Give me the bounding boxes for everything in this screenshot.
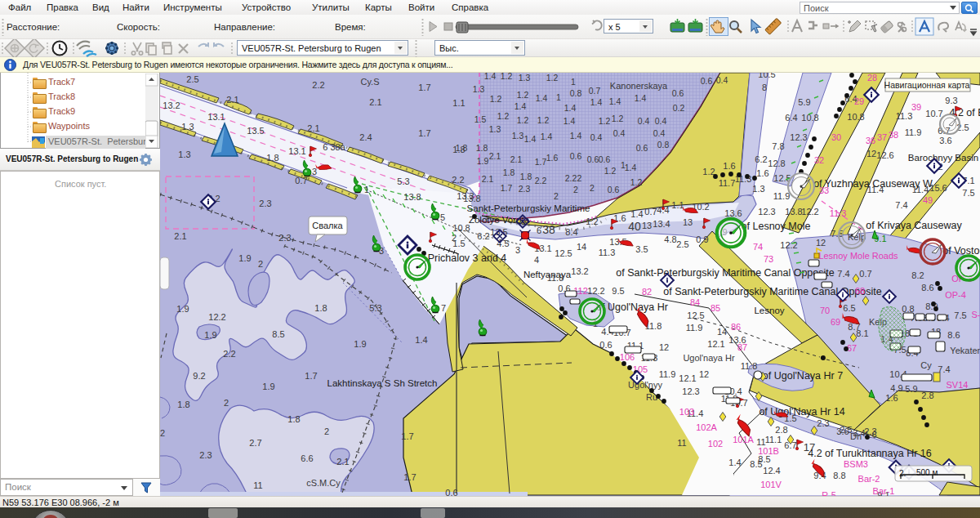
svg-text:1.1: 1.1 xyxy=(671,200,684,210)
svg-text:of Ugol'Naya Hr: of Ugol'Naya Hr xyxy=(596,301,668,313)
svg-text:11: 11 xyxy=(253,480,262,490)
svg-text:11: 11 xyxy=(677,438,686,448)
svg-text:1.4: 1.4 xyxy=(541,132,553,141)
svg-text:6.4: 6.4 xyxy=(785,113,797,123)
svg-text:1.8: 1.8 xyxy=(314,303,327,313)
svg-text:3.6: 3.6 xyxy=(836,426,849,436)
svg-text:1.4: 1.4 xyxy=(570,131,582,141)
svg-text:5.9: 5.9 xyxy=(905,384,917,394)
svg-text:10.7: 10.7 xyxy=(925,109,942,118)
svg-text:1.9: 1.9 xyxy=(204,330,216,340)
svg-text:BSM3: BSM3 xyxy=(844,459,868,469)
svg-text:1: 1 xyxy=(571,77,576,87)
svg-text:1.3: 1.3 xyxy=(178,150,190,159)
svg-text:0.6: 0.6 xyxy=(570,151,582,161)
svg-text:11.9: 11.9 xyxy=(686,323,703,333)
svg-text:0.6: 0.6 xyxy=(701,76,713,86)
svg-text:11.9: 11.9 xyxy=(773,191,791,201)
svg-text:3.4: 3.4 xyxy=(853,428,865,438)
svg-text:68: 68 xyxy=(855,286,865,296)
svg-text:86: 86 xyxy=(731,322,741,332)
svg-text:1.4: 1.4 xyxy=(609,96,621,106)
svg-text:1.9: 1.9 xyxy=(354,339,366,349)
svg-text:9.2: 9.2 xyxy=(193,371,205,381)
svg-text:0.8: 0.8 xyxy=(657,140,670,150)
svg-text:14: 14 xyxy=(717,327,727,337)
svg-text:85: 85 xyxy=(710,303,720,313)
svg-text:12.6: 12.6 xyxy=(876,150,893,160)
svg-text:70: 70 xyxy=(820,306,830,315)
svg-text:12.8: 12.8 xyxy=(768,159,785,168)
svg-text:7.8: 7.8 xyxy=(772,141,784,151)
svg-text:2.1: 2.1 xyxy=(336,457,349,467)
svg-text:1.2: 1.2 xyxy=(612,114,624,123)
svg-text:0.7: 0.7 xyxy=(295,176,307,185)
svg-text:2.1: 2.1 xyxy=(510,154,523,164)
svg-text:2.7: 2.7 xyxy=(249,438,261,448)
svg-text:87: 87 xyxy=(737,342,747,352)
svg-text:8.4: 8.4 xyxy=(565,227,577,237)
svg-text:8.8: 8.8 xyxy=(833,471,845,480)
svg-text:2.3: 2.3 xyxy=(519,184,531,194)
svg-text:11.1: 11.1 xyxy=(765,435,782,444)
svg-text:4: 4 xyxy=(534,255,539,265)
svg-text:2.3: 2.3 xyxy=(864,426,876,436)
svg-text:Свалка: Свалка xyxy=(312,221,343,230)
svg-text:0.6: 0.6 xyxy=(636,143,648,153)
svg-text:13.1: 13.1 xyxy=(207,112,225,122)
svg-text:1.2: 1.2 xyxy=(546,73,559,83)
svg-text:1.6: 1.6 xyxy=(885,393,898,403)
svg-text:2.3: 2.3 xyxy=(278,233,291,243)
svg-text:6.5: 6.5 xyxy=(843,303,855,313)
svg-text:of Yuzhnaya Causeway W: of Yuzhnaya Causeway W xyxy=(813,178,933,190)
svg-text:2: 2 xyxy=(554,191,559,201)
svg-text:6 38a: 6 38a xyxy=(323,142,345,152)
svg-text:7.4: 7.4 xyxy=(895,200,907,210)
svg-text:of Vostoc: of Vostoc xyxy=(942,245,980,257)
svg-text:12.2: 12.2 xyxy=(780,240,797,250)
svg-text:0.4: 0.4 xyxy=(613,128,626,138)
svg-text:12.1: 12.1 xyxy=(707,339,724,349)
svg-text:0.6: 0.6 xyxy=(599,340,612,350)
svg-text:11.9: 11.9 xyxy=(659,369,676,379)
svg-text:2.3: 2.3 xyxy=(817,418,829,428)
svg-text:2.22: 2.22 xyxy=(565,173,582,183)
svg-text:2.2: 2.2 xyxy=(535,176,547,185)
svg-text:33: 33 xyxy=(819,185,829,195)
svg-text:11.7: 11.7 xyxy=(719,178,736,188)
svg-text:2: 2 xyxy=(160,428,165,438)
svg-text:39: 39 xyxy=(911,102,921,112)
svg-text:Навигационная карта: Навигационная карта xyxy=(884,80,970,90)
svg-text:R-5: R-5 xyxy=(822,490,836,496)
svg-text:1.9: 1.9 xyxy=(176,304,189,314)
svg-text:Ru: Ru xyxy=(646,392,657,402)
svg-text:1.5: 1.5 xyxy=(474,114,487,124)
svg-text:of Lesnoy Mole: of Lesnoy Mole xyxy=(742,221,811,232)
svg-text:82: 82 xyxy=(642,287,652,297)
svg-text:1.7: 1.7 xyxy=(535,157,547,167)
svg-text:12.5: 12.5 xyxy=(687,310,704,320)
svg-text:7.5: 7.5 xyxy=(962,188,974,198)
svg-text:2.: 2. xyxy=(899,469,906,478)
svg-text:102: 102 xyxy=(708,439,723,449)
svg-text:1.4: 1.4 xyxy=(484,73,497,81)
svg-text:1.3: 1.3 xyxy=(473,84,485,94)
svg-text:5.9: 5.9 xyxy=(798,97,810,107)
svg-text:3: 3 xyxy=(312,167,317,176)
svg-text:1.6: 1.6 xyxy=(723,161,735,171)
svg-text:106: 106 xyxy=(620,352,635,362)
svg-text:1.7: 1.7 xyxy=(418,83,430,92)
svg-text:0.6: 0.6 xyxy=(608,185,620,194)
svg-text:8: 8 xyxy=(762,83,767,92)
svg-text:2.2: 2.2 xyxy=(312,80,324,90)
svg-text:10.8: 10.8 xyxy=(452,223,470,233)
svg-text:11.3: 11.3 xyxy=(896,111,913,121)
svg-text:3: 3 xyxy=(515,245,520,255)
svg-text:1.8: 1.8 xyxy=(476,143,488,153)
svg-text:2: 2 xyxy=(324,426,329,436)
svg-text:11.3: 11.3 xyxy=(830,208,847,218)
svg-text:6.6: 6.6 xyxy=(301,453,313,463)
svg-text:49: 49 xyxy=(923,195,933,205)
svg-text:1.2: 1.2 xyxy=(490,94,502,104)
svg-text:29: 29 xyxy=(854,96,864,106)
